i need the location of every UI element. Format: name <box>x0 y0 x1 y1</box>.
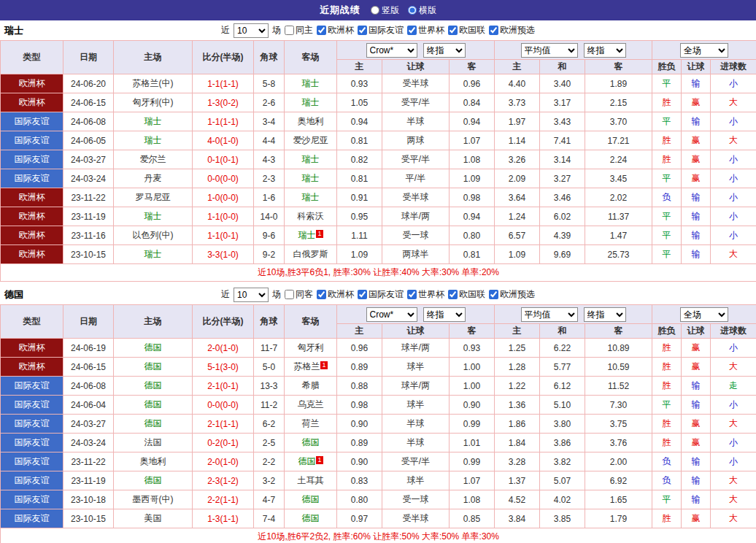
corner-score: 2-2 <box>254 452 285 471</box>
competition-checkbox[interactable] <box>407 26 417 35</box>
competition-option[interactable]: 欧国联 <box>448 288 485 301</box>
match-row: 国际友谊24-06-08德国2-1(0-1)13-3希腊0.88球半/两1.00… <box>1 377 756 396</box>
team-name: 瑞士 <box>4 24 23 37</box>
layout-option[interactable]: 竖版 <box>371 4 399 17</box>
away-team: 荷兰 <box>285 415 337 434</box>
asian-away-odds: 0.84 <box>450 93 495 112</box>
euro-away-odds: 7.30 <box>585 396 652 415</box>
competition-checkbox[interactable] <box>448 26 458 35</box>
result-outcome: 平 <box>652 112 682 131</box>
match-score: 4-0(1-0) <box>193 131 254 150</box>
home-team: 瑞士 <box>114 131 193 150</box>
asian-home-odds: 0.89 <box>337 358 382 377</box>
competition-option[interactable]: 欧洲预选 <box>489 288 535 301</box>
competition-checkbox[interactable] <box>317 26 326 35</box>
competition-badge: 欧洲杯 <box>1 74 63 93</box>
same-venue-option[interactable]: 同主 <box>285 24 313 36</box>
asian-odds-source-select[interactable]: Crow* <box>366 307 417 322</box>
euro-odds-time-select[interactable]: 终指 <box>584 307 626 322</box>
corner-score: 9-6 <box>254 226 285 245</box>
competition-option[interactable]: 世界杯 <box>407 288 444 301</box>
away-team-name: 科索沃 <box>298 211 324 221</box>
asian-odds-time-select[interactable]: 终指 <box>423 43 466 58</box>
match-date: 24-06-05 <box>63 131 114 150</box>
competition-checkbox[interactable] <box>489 26 498 35</box>
scope-select[interactable]: 全场 <box>680 43 728 58</box>
competition-badge: 国际友谊 <box>1 169 63 188</box>
match-date: 24-06-19 <box>63 339 114 358</box>
home-team: 墨西哥(中) <box>114 490 193 509</box>
euro-draw-odds: 5.07 <box>540 471 585 490</box>
games-label: 场 <box>272 24 281 36</box>
scope-select[interactable]: 全场 <box>680 307 728 322</box>
same-venue-checkbox[interactable] <box>285 26 294 35</box>
same-venue-option[interactable]: 同客 <box>285 288 313 301</box>
competition-checkbox[interactable] <box>489 290 498 299</box>
euro-draw-odds: 3.46 <box>540 188 585 207</box>
asian-away-odds: 1.00 <box>450 377 495 396</box>
competition-checkbox[interactable] <box>358 290 367 299</box>
layout-radio[interactable] <box>408 6 417 15</box>
competition-checkbox[interactable] <box>358 26 367 35</box>
asian-handicap: 球半/两 <box>382 377 450 396</box>
euro-away-odds: 10.59 <box>585 358 652 377</box>
asian-away-odds: 0.94 <box>450 207 495 226</box>
asian-odds-source-select[interactable]: Crow* <box>366 43 417 58</box>
match-row: 欧洲杯24-06-19德国2-0(1-0)11-7匈牙利0.96球半/两0.93… <box>1 339 756 358</box>
header-away: 客场 <box>285 305 337 339</box>
euro-draw-odds: 3.86 <box>540 434 585 452</box>
match-count-select[interactable]: 10 <box>234 288 269 302</box>
competition-option[interactable]: 世界杯 <box>407 24 444 36</box>
result-outcome: 平 <box>652 207 682 226</box>
euro-home-odds: 3.84 <box>495 509 540 528</box>
competition-option[interactable]: 欧洲预选 <box>489 24 535 36</box>
competition-option[interactable]: 欧洲杯 <box>317 24 354 36</box>
competition-option[interactable]: 国际友谊 <box>358 24 404 36</box>
corner-score: 4-4 <box>254 131 285 150</box>
away-team-name: 德国 <box>302 494 320 504</box>
result-handicap: 输 <box>682 490 711 509</box>
away-team: 乌克兰 <box>285 396 337 415</box>
layout-radio[interactable] <box>371 6 379 15</box>
asian-handicap: 受半球 <box>382 74 450 93</box>
asian-away-odds: 1.07 <box>450 131 495 150</box>
result-goals: 小 <box>711 396 756 415</box>
asian-home-odds: 0.90 <box>337 415 382 434</box>
page-title: 近期战绩 <box>320 4 360 17</box>
away-team: 瑞士 <box>285 93 337 112</box>
match-row: 欧洲杯23-11-22罗马尼亚1-0(0-0)1-6瑞士0.91受半球0.983… <box>1 188 756 207</box>
match-score: 5-1(3-0) <box>193 358 254 377</box>
competition-label: 国际友谊 <box>369 24 404 36</box>
euro-away-odds: 3.45 <box>585 169 652 188</box>
competition-option[interactable]: 欧洲杯 <box>317 288 354 301</box>
asian-away-odds: 1.09 <box>450 169 495 188</box>
euro-away-odds: 2.15 <box>585 93 652 112</box>
asian-handicap: 受一球 <box>382 490 450 509</box>
result-handicap: 赢 <box>682 339 711 358</box>
result-outcome: 平 <box>652 74 682 93</box>
header-date: 日期 <box>63 41 114 74</box>
asian-handicap: 平/半 <box>382 169 450 188</box>
sub-header: 客 <box>585 324 652 339</box>
competition-checkbox[interactable] <box>317 290 326 299</box>
competition-badge: 国际友谊 <box>1 490 63 509</box>
euro-odds-time-select[interactable]: 终指 <box>584 43 626 58</box>
corner-score: 2-5 <box>254 434 285 452</box>
home-team-name: 法国 <box>144 437 162 447</box>
competition-option[interactable]: 国际友谊 <box>358 288 404 301</box>
euro-odds-source-select[interactable]: 平均值 <box>521 307 578 322</box>
competition-checkbox[interactable] <box>407 290 417 299</box>
home-team-name: 瑞士 <box>144 249 162 259</box>
layout-option[interactable]: 横版 <box>408 4 436 17</box>
home-team-name: 瑞士 <box>144 135 162 145</box>
competition-badge: 欧洲杯 <box>1 226 63 245</box>
competition-option[interactable]: 欧国联 <box>448 24 485 36</box>
sub-header: 让球 <box>382 60 450 74</box>
match-count-select[interactable]: 10 <box>234 23 269 38</box>
same-venue-checkbox[interactable] <box>285 290 294 299</box>
competition-checkbox[interactable] <box>448 290 458 299</box>
asian-odds-time-select[interactable]: 终指 <box>423 307 466 322</box>
euro-odds-source-select[interactable]: 平均值 <box>521 43 578 58</box>
asian-handicap: 受一球 <box>382 226 450 245</box>
asian-home-odds: 0.93 <box>337 74 382 93</box>
